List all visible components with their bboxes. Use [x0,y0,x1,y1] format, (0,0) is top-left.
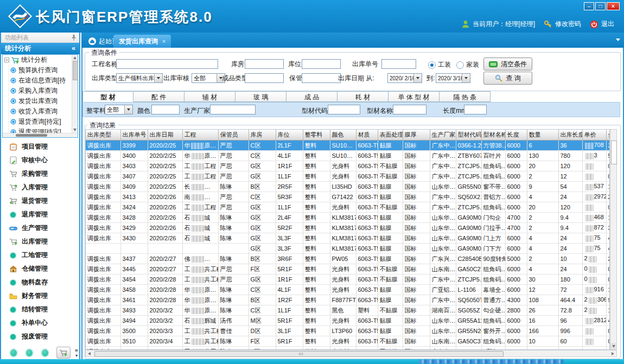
tab-list-dropdown-icon[interactable] [616,39,620,41]
material-tab[interactable]: 型 材 [82,91,133,102]
sidebar-menu-item[interactable]: 财务管理 [2,289,78,303]
material-tab[interactable]: 配 件 [133,91,184,102]
change-password-link[interactable]: 修改密码 [555,20,581,29]
tree-item[interactable]: 预算执行查询 [3,65,72,75]
location-input[interactable] [302,59,341,69]
sidebar-menu-item[interactable]: 退货管理 [2,194,78,208]
table-row[interactable]: 调拨出库34452020/2/27工共工程严思F区5R1F整料光身料6063-T… [86,264,610,274]
material-tab[interactable]: 成 品 [286,91,338,102]
radio-homewear[interactable]: 家装 [456,60,479,69]
column-header[interactable]: 工程 [182,130,218,141]
column-header[interactable]: 材质 [356,130,378,141]
tab-shipping-outbound-query[interactable]: 发货出库查询 × [113,35,171,48]
module-dot-icon[interactable] [42,349,48,356]
module-dot-icon[interactable] [26,349,33,356]
scroll-down-button[interactable] [610,343,616,349]
sidebar-menu-item[interactable]: 生产管理 [2,221,78,235]
table-row[interactable]: 调拨出库35102020/3/4工共工程陈琳F区5R1F整料光身料6063-T5… [86,336,610,347]
sidebar-menu-item[interactable]: 工地管理 [2,248,78,262]
project-name-input[interactable] [116,59,218,69]
profile-code-input[interactable] [328,105,360,114]
table-row[interactable]: 调拨出库34582020/2/28华原…陈琳C区4L1F整料光身料6063-T5… [86,285,610,295]
sidebar-menu-item[interactable]: 结转管理 [2,303,78,316]
scroll-down-icon[interactable] [73,129,77,131]
material-tab[interactable]: 辅 材 [184,91,235,102]
maximize-button[interactable]: □ [595,2,606,10]
material-tab[interactable]: 玻 璃 [235,91,286,102]
table-row[interactable]: 调拨出库34932020/3/2华原…陈琳C区1L1F整料黑色塑料不贴膜国标湖南… [86,305,610,316]
whole-part-select[interactable]: 全部 [105,105,133,114]
audit-select[interactable]: 全部 [192,73,225,83]
length-input[interactable] [464,105,487,114]
sidebar-menu-item[interactable]: 入库管理 [2,181,78,194]
column-header[interactable]: 生产厂家 [430,130,456,141]
sidebar-menu-item[interactable]: 项目管理 [2,140,78,154]
date-from-input[interactable]: 2020/ 2/16 [387,73,422,83]
close-tab-icon[interactable]: × [162,38,165,44]
table-row[interactable]: 调拨出库34302020/2/26石城陈琳G区3L3F整料KLM38176063… [86,233,610,244]
column-header[interactable]: 数量 [527,130,558,141]
table-row[interactable]: 调拨出库34612020/2/28华原…陈琳B区1R2F整料F8877FT606… [86,295,610,305]
tree-root-item[interactable]: 统计分析 [3,55,72,65]
table-h-scrollbar[interactable] [85,350,617,357]
profile-name-input[interactable] [393,105,426,114]
tree-item[interactable]: 收货入库查询 [3,106,72,117]
table-row[interactable]: G区3L3F整料KLM38176063-T5贴膜国标山东华…GA90M09.门下… [86,244,610,254]
module-dot-icon[interactable] [10,349,17,356]
table-row[interactable]: 调拨出库34542020/2/28工共工程严思G区1R1F整料光身料6063-T… [86,274,610,285]
column-header[interactable]: 表面处理 [378,130,403,141]
table-row[interactable]: 调拨出库34032020/2/25工工程严思G区1R1F整料光身料6063-T5… [86,161,610,171]
scroll-up-icon[interactable] [73,56,77,59]
column-header[interactable]: 库位 [276,130,303,141]
column-header[interactable]: 型材名称 [481,130,505,141]
clear-conditions-button[interactable]: 清空条件 [483,58,532,71]
date-to-input[interactable]: 2020/ 3/16 [436,73,470,83]
column-header[interactable]: 单价 [582,130,606,141]
scroll-right-icon[interactable] [612,352,614,355]
material-tab[interactable]: 耗 材 [338,91,389,102]
scroll-thumb[interactable] [94,351,504,357]
scroll-thumb[interactable] [16,134,47,137]
overflow-more-button[interactable]: »▾ [75,348,78,358]
table-row[interactable]: 调拨出库34282020/2/26石城陈琳G区2L4F整料KLM38176063… [86,213,610,223]
sidebar-menu-item[interactable]: 补单中心 [2,316,78,330]
column-header[interactable]: 保管员 [218,130,249,141]
tree-item[interactable]: 退库管理[待定] [3,127,72,133]
sidebar-group-header[interactable]: 统计分析 « [1,43,79,54]
material-tab[interactable]: 单 体 型 材 [389,91,440,102]
search-button[interactable]: 查 询 [483,72,532,85]
minimize-button[interactable]: – [584,2,594,10]
pin-icon[interactable] [72,35,76,41]
sidebar-menu-item[interactable]: 物料盘存 [2,276,78,289]
table-row[interactable]: 调拨出库34292020/2/26石城陈琳G区5R2F整料KLM38176063… [86,223,610,233]
column-header[interactable]: 金 [606,130,610,141]
table-row[interactable]: 调拨出库34002020/2/25华原…严思C区4L1F整料SU10…6063-… [86,151,610,161]
table-row[interactable]: 调拨出库34072020/2/25工工程严思G区1L1F整料光身料6063-T5… [86,171,610,182]
module-cart-button[interactable] [56,347,71,359]
scroll-left-icon[interactable] [88,352,91,355]
column-header[interactable]: 出库日期 [148,130,182,141]
tree-v-scrollbar[interactable] [72,55,78,133]
column-header[interactable]: 型材代码 [456,130,481,141]
warehouse-input[interactable] [245,59,284,69]
scroll-thumb[interactable] [611,141,617,164]
column-header[interactable]: 出库单号 [120,130,148,141]
product-type-input[interactable] [245,73,284,83]
sidebar-menu-item[interactable]: 审核中心 [2,154,78,167]
table-row[interactable]: 调拨出库34092020/2/25长…陈琳B区2R5F整料LI35HD6063-… [86,182,610,192]
column-header[interactable]: 膜厚 [403,130,430,141]
collapse-icon[interactable]: « [72,43,75,54]
table-row[interactable]: 调拨出库33992020/2/25华原…严思C区2L1F整料SU10…6063-… [86,141,610,151]
column-header[interactable]: 出库长度 [558,130,582,141]
table-row[interactable]: 调拨出库34942020/3/2石辉城汤伟M区5R1F整料光身料6063-T5贴… [86,316,610,326]
table-row[interactable]: 调拨出库34132020/2/26南…严思C区5R3F整料G714226063-… [86,192,610,202]
table-row[interactable]: 调拨出库34242020/2/26工工程严思G区1L1F整料光身料6063-T5… [86,202,610,213]
table-v-scrollbar[interactable] [610,129,617,350]
color-input[interactable] [151,105,180,114]
sidebar-menu-item[interactable]: 报废管理 [2,330,78,343]
maker-input[interactable] [210,105,256,114]
close-button[interactable]: × [607,2,620,10]
expander-icon[interactable] [4,58,9,62]
scroll-thumb[interactable] [73,61,78,80]
column-header[interactable]: 整零料 [303,130,330,141]
